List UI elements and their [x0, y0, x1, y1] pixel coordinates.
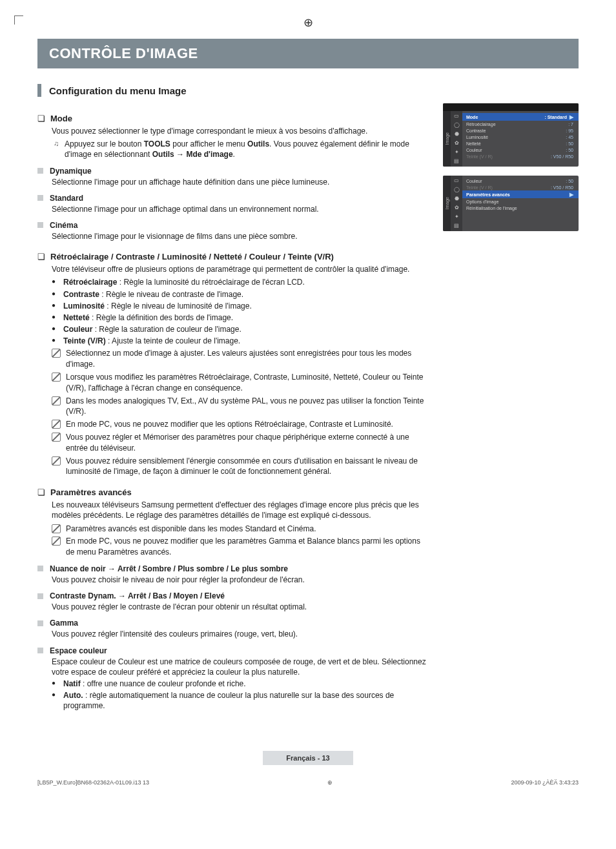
sub-gamma: Gamma	[37, 619, 430, 628]
txt: Image	[445, 197, 449, 209]
osd-row-disabled: Teinte (V / R): V50 / R50	[462, 184, 579, 190]
txt: Natif	[63, 679, 81, 688]
osd-row-mode[interactable]: Mode: Standard▶	[462, 113, 579, 121]
sub-title: Contraste Dynam. → Arrêt / Bas / Moyen /…	[50, 591, 225, 600]
tools-text: Appuyez sur le bouton TOOLS pour affiche…	[65, 139, 430, 159]
list-item: Paramètres avancés est disponible dans l…	[52, 524, 430, 535]
square-bullet-icon: ❏	[37, 114, 45, 123]
txt: Réinitialisation de l'image	[466, 206, 573, 210]
mode-intro: Vous pouvez sélectionner le type d'image…	[52, 126, 430, 136]
sub-title: Dynamique	[50, 167, 92, 176]
advanced-intro: Les nouveaux téléviseurs Samsung permett…	[52, 500, 430, 520]
osd-row[interactable]: Réinitialisation de l'image	[462, 205, 579, 211]
tv-icon: ▭	[454, 114, 459, 119]
txt: Couleur	[466, 179, 566, 183]
osd-row-disabled: Teinte (V / R): V50 / R50	[462, 153, 579, 159]
osd-row-advanced[interactable]: Paramètres avancés▶	[462, 190, 579, 198]
osd-sidebar-icons: ▭ ◯ ⬣ ✿ ✦ ▤	[451, 111, 462, 167]
txt: : offre une nuance de couleur profonde e…	[81, 679, 246, 688]
txt: : 50	[566, 148, 573, 152]
chevron-right-icon: ▶	[570, 114, 573, 120]
mode-title: Mode	[50, 114, 72, 123]
txt: : 50	[566, 179, 573, 183]
input-icon: ▤	[454, 159, 459, 164]
list-item: Luminosité : Règle le niveau de luminosi…	[52, 301, 430, 311]
txt: Contraste	[63, 290, 99, 299]
txt: Netteté	[466, 141, 566, 146]
osd-row[interactable]: Netteté: 50	[462, 140, 579, 147]
osd-panel-1: Image ▭ ◯ ⬣ ✿ ✦ ▤ Mode: Standard▶ Rétroé…	[443, 103, 579, 167]
txt: Outils	[247, 139, 269, 148]
footer-right: 2009-09-10 ¿ÀÈÄ 3:43:23	[511, 779, 579, 786]
q-mode: ❏ Mode	[37, 114, 430, 123]
txt: Appuyez sur le bouton	[65, 139, 144, 148]
list-item: Couleur : Règle la saturation de couleur…	[52, 324, 430, 334]
gear-icon: ✿	[455, 141, 459, 146]
osd-row[interactable]: Luminosité: 45	[462, 134, 579, 140]
txt: : règle automatiquement la nuance de cou…	[63, 691, 394, 710]
txt: Mode	[466, 115, 544, 119]
txt: : Règle le niveau de luminosité de l'ima…	[105, 302, 252, 311]
txt: Rétroéclairage	[63, 278, 117, 287]
sub-desc: Vous pouvez choisir le niveau de noir po…	[52, 575, 430, 585]
osd-row[interactable]: Couleur: 50	[462, 178, 579, 184]
txt: Auto.	[63, 691, 83, 700]
section-heading: Configuration du menu Image	[37, 84, 579, 97]
osd-list: Couleur: 50 Teinte (V / R): V50 / R50 Pa…	[462, 176, 579, 231]
square-icon	[37, 195, 43, 201]
txt: : Ajuste la teinte de couleur de l'image…	[106, 336, 240, 345]
list-item: Vous pouvez réduire sensiblement l'énerg…	[52, 456, 430, 478]
txt: Teinte (V / R)	[466, 185, 551, 190]
list-item: Natif : offre une nuance de couleur prof…	[52, 679, 430, 689]
q-advanced: ❏ Paramètres avancés	[37, 487, 430, 497]
osd-row[interactable]: Couleur: 50	[462, 147, 579, 153]
footer-left: [LB5P_W.Euro]BN68-02362A-01L09.i13 13	[37, 779, 149, 786]
txt: : 50	[566, 141, 573, 146]
osd-row[interactable]: Contraste: 95	[462, 127, 579, 134]
list-item: Teinte (V/R) : Ajuste la teinte de coule…	[52, 336, 430, 346]
section-heading-text: Configuration du menu Image	[49, 85, 187, 96]
tv-icon: ▭	[454, 178, 459, 183]
txt: Luminosité	[466, 135, 566, 139]
sub-title: Standard	[50, 194, 83, 203]
osd-row[interactable]: Options d'image	[462, 198, 579, 205]
sub-desc: Sélectionne l'image pour un affichage ha…	[52, 177, 430, 187]
osd-category-label: Image	[443, 176, 451, 231]
osd-list: Mode: Standard▶ Rétroéclairage: 7 Contra…	[462, 111, 579, 167]
q-retro: ❏ Rétroéclairage / Contraste / Luminosit…	[37, 252, 430, 261]
list-item: En mode PC, vous ne pouvez modifier que …	[52, 419, 430, 430]
txt: : Règle la luminosité du rétroéclairage …	[117, 278, 304, 287]
txt: Rétroéclairage	[466, 122, 568, 127]
square-icon	[37, 222, 43, 228]
list-item: Auto. : règle automatiquement la nuance …	[52, 690, 430, 711]
list-item: Rétroéclairage : Règle la luminosité du …	[52, 277, 430, 287]
txt: .	[233, 150, 235, 159]
square-icon	[37, 648, 43, 653]
txt: Luminosité	[63, 302, 105, 311]
sub-nuance: Nuance de noir → Arrêt / Sombre / Plus s…	[37, 564, 430, 573]
page-number-text: Français - 13	[286, 754, 329, 762]
txt: : 45	[566, 135, 573, 139]
sub-desc: Vous pouvez régler le contraste de l'écr…	[52, 602, 430, 612]
circle-icon: ◯	[454, 123, 460, 128]
txt: : Standard	[544, 115, 567, 119]
txt: Options d'image	[466, 199, 573, 204]
txt: Paramètres avancés	[466, 192, 567, 197]
sub-desc: Sélectionne l'image pour le visionnage d…	[52, 231, 430, 241]
input-icon: ▤	[454, 223, 459, 229]
chapter-title: CONTRÔLE D'IMAGE	[37, 39, 579, 68]
retro-intro: Votre téléviseur offre de plusieurs opti…	[52, 264, 430, 274]
osd-sidebar-icons: ▭ ◯ ⬣ ✿ ✦ ▤	[451, 176, 462, 231]
square-icon	[37, 566, 43, 571]
txt: pour afficher le menu	[170, 139, 247, 148]
square-icon	[37, 593, 43, 599]
footer-meta: [LB5P_W.Euro]BN68-02362A-01L09.i13 13 ⊕ …	[37, 779, 579, 786]
osd-row[interactable]: Rétroéclairage: 7	[462, 121, 579, 127]
list-item: Dans les modes analogiques TV, Ext., AV …	[52, 396, 430, 418]
gear-icon: ✿	[455, 205, 459, 210]
antenna-icon: ✦	[455, 214, 459, 220]
drop-icon: ⬣	[455, 132, 459, 137]
sub-cinema: Cinéma	[37, 221, 430, 230]
main-column: ❏ Mode Vous pouvez sélectionner le type …	[37, 103, 430, 712]
osd-row-empty	[462, 218, 579, 224]
